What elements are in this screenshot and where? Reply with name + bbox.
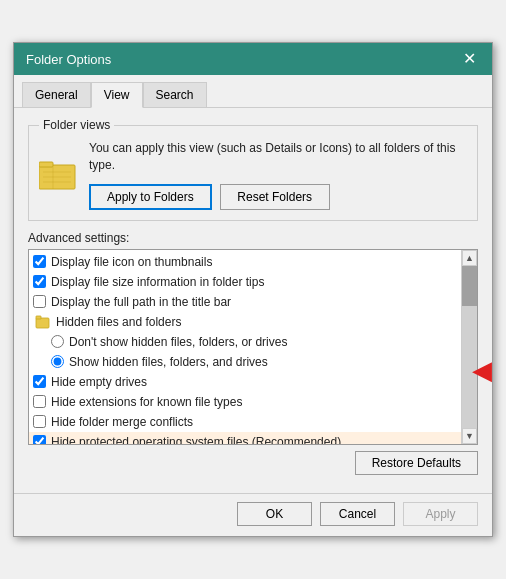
- folder-desc-text: You can apply this view (such as Details…: [89, 140, 467, 174]
- folder-views-group: Folder views You can: [28, 118, 478, 221]
- restore-defaults-row: Restore Defaults: [28, 451, 478, 475]
- folder-options-dialog: Folder Options ✕ General View Search Fol…: [13, 42, 493, 537]
- close-button[interactable]: ✕: [459, 49, 480, 69]
- dialog-title: Folder Options: [26, 52, 111, 67]
- tab-general[interactable]: General: [22, 82, 91, 108]
- scrollbar: ▲ ▼: [461, 250, 477, 444]
- folder-views-inner: You can apply this view (such as Details…: [39, 140, 467, 210]
- checkbox-hide-empty-drives[interactable]: [33, 375, 46, 388]
- tab-search[interactable]: Search: [143, 82, 207, 108]
- folder-views-description: You can apply this view (such as Details…: [89, 140, 467, 210]
- folder-action-buttons: Apply to Folders Reset Folders: [89, 184, 467, 210]
- scroll-track[interactable]: [462, 266, 477, 428]
- svg-rect-2: [39, 162, 53, 167]
- list-item: Hide empty drives: [29, 372, 461, 392]
- settings-list: Display file icon on thumbnails Display …: [29, 250, 461, 444]
- svg-rect-8: [36, 316, 41, 319]
- scroll-thumb[interactable]: [462, 266, 477, 306]
- list-item: Display file size information in folder …: [29, 272, 461, 292]
- folder-views-legend: Folder views: [39, 118, 114, 132]
- tab-bar: General View Search: [14, 75, 492, 108]
- list-item: Display file icon on thumbnails: [29, 252, 461, 272]
- folder-icon: [39, 158, 77, 192]
- tab-content: Folder views You can: [14, 108, 492, 493]
- restore-defaults-button[interactable]: Restore Defaults: [355, 451, 478, 475]
- list-item: Show hidden files, folders, and drives: [29, 352, 461, 372]
- advanced-settings-container: Display file icon on thumbnails Display …: [28, 249, 478, 445]
- list-item: Hidden files and folders: [29, 312, 461, 332]
- list-item: Hide extensions for known file types: [29, 392, 461, 412]
- cancel-button[interactable]: Cancel: [320, 502, 395, 526]
- title-bar: Folder Options ✕: [14, 43, 492, 75]
- apply-button[interactable]: Apply: [403, 502, 478, 526]
- apply-to-folders-button[interactable]: Apply to Folders: [89, 184, 212, 210]
- dialog-footer: OK Cancel Apply: [14, 493, 492, 536]
- radio-show-hidden[interactable]: [51, 355, 64, 368]
- radio-dont-show-hidden[interactable]: [51, 335, 64, 348]
- advanced-settings-label: Advanced settings:: [28, 231, 478, 245]
- ok-button[interactable]: OK: [237, 502, 312, 526]
- checkbox-full-path[interactable]: [33, 295, 46, 308]
- list-item: Hide protected operating system files (R…: [29, 432, 461, 444]
- checkbox-hide-extensions[interactable]: [33, 395, 46, 408]
- checkbox-hide-folder-merge[interactable]: [33, 415, 46, 428]
- tab-view[interactable]: View: [91, 82, 143, 108]
- list-item: Display the full path in the title bar: [29, 292, 461, 312]
- scroll-up-arrow[interactable]: ▲: [462, 250, 477, 266]
- scroll-down-arrow[interactable]: ▼: [462, 428, 477, 444]
- checkbox-hide-protected-os[interactable]: [33, 435, 46, 444]
- svg-rect-7: [36, 318, 49, 328]
- checkbox-file-size-info[interactable]: [33, 275, 46, 288]
- list-item: Don't show hidden files, folders, or dri…: [29, 332, 461, 352]
- reset-folders-button[interactable]: Reset Folders: [220, 184, 330, 210]
- list-item: Hide folder merge conflicts: [29, 412, 461, 432]
- checkbox-file-icon-thumbnails[interactable]: [33, 255, 46, 268]
